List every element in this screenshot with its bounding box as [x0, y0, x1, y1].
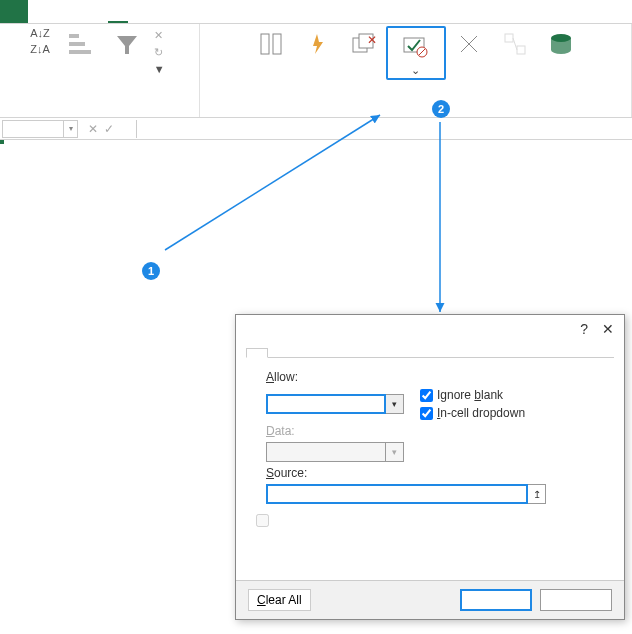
- svg-rect-3: [261, 34, 269, 54]
- tab-page-layout[interactable]: [68, 0, 88, 23]
- sort-button[interactable]: [58, 26, 104, 64]
- relationships-icon: [499, 28, 531, 60]
- dialog-tab-input-message[interactable]: [268, 347, 290, 357]
- range-picker-button[interactable]: ↥: [528, 484, 546, 504]
- reapply-button[interactable]: ↻: [150, 45, 173, 60]
- svg-rect-1: [69, 42, 85, 46]
- sort-asc-icon: A↓Z: [30, 27, 50, 39]
- flash-fill-button[interactable]: [294, 26, 340, 64]
- sort-desc-button[interactable]: Z↓A: [26, 42, 54, 56]
- consolidate-button[interactable]: [446, 26, 492, 64]
- file-tab[interactable]: [0, 0, 28, 23]
- tab-data[interactable]: [108, 0, 128, 23]
- help-button[interactable]: ?: [580, 321, 588, 337]
- reapply-icon: ↻: [154, 46, 163, 59]
- consolidate-icon: [453, 28, 485, 60]
- allow-select[interactable]: [266, 394, 386, 414]
- sort-asc-button[interactable]: A↓Z: [26, 26, 54, 40]
- svg-rect-11: [505, 34, 513, 42]
- data-validation-dialog: ? ✕ Allow: ▾ Ignore blank In-cell dropdo…: [235, 314, 625, 620]
- relationships-button[interactable]: [492, 26, 538, 64]
- data-select: [266, 442, 386, 462]
- data-label: Data:: [266, 424, 295, 438]
- name-box[interactable]: [2, 120, 64, 138]
- name-box-dropdown[interactable]: ▾: [64, 120, 78, 138]
- advanced-filter-button[interactable]: ▼: [150, 62, 173, 76]
- svg-rect-4: [273, 34, 281, 54]
- tab-insert[interactable]: [48, 0, 68, 23]
- data-model-icon: [545, 28, 577, 60]
- svg-text:✕: ✕: [367, 33, 377, 47]
- manage-data-model-button[interactable]: [538, 26, 584, 64]
- data-validation-icon: [400, 30, 432, 62]
- advanced-icon: ▼: [154, 63, 165, 75]
- filter-icon: [111, 28, 143, 60]
- svg-rect-0: [69, 34, 79, 38]
- tab-ablebits[interactable]: [188, 0, 208, 23]
- svg-rect-2: [69, 50, 91, 54]
- ignore-blank-checkbox[interactable]: [420, 389, 433, 402]
- sort-icon: [65, 28, 97, 60]
- svg-line-13: [513, 38, 517, 50]
- tab-home[interactable]: [28, 0, 48, 23]
- dialog-tab-settings[interactable]: [246, 348, 268, 358]
- tab-review[interactable]: [128, 0, 148, 23]
- data-dropdown-button: ▾: [386, 442, 404, 462]
- sort-desc-icon: Z↓A: [30, 43, 50, 55]
- clear-icon: ✕: [154, 29, 163, 42]
- tab-view[interactable]: [148, 0, 168, 23]
- remove-duplicates-icon: ✕: [347, 28, 379, 60]
- annotation-marker-1: 1: [142, 262, 160, 280]
- annotation-marker-2: 2: [432, 100, 450, 118]
- remove-duplicates-button[interactable]: ✕: [340, 26, 386, 64]
- clear-all-button[interactable]: Clear All: [248, 589, 311, 611]
- tab-formulas[interactable]: [88, 0, 108, 23]
- text-to-columns-icon: [255, 28, 287, 60]
- incell-dropdown-checkbox[interactable]: [420, 407, 433, 420]
- close-button[interactable]: ✕: [602, 321, 614, 337]
- svg-rect-12: [517, 46, 525, 54]
- allow-label: Allow:: [266, 370, 298, 384]
- tab-help[interactable]: [168, 0, 188, 23]
- text-to-columns-button[interactable]: [248, 26, 294, 64]
- ok-button[interactable]: [460, 589, 532, 611]
- dialog-tab-error-alert[interactable]: [290, 347, 312, 357]
- flash-fill-icon: [301, 28, 333, 60]
- source-label: Source:: [266, 466, 307, 480]
- cancel-edit-icon: ✕: [88, 122, 98, 136]
- chevron-down-icon: ⌄: [411, 64, 420, 76]
- allow-dropdown-button[interactable]: ▾: [386, 394, 404, 414]
- data-validation-button[interactable]: ⌄: [386, 26, 446, 80]
- formula-bar[interactable]: [136, 120, 630, 138]
- filter-button[interactable]: [104, 26, 150, 64]
- apply-all-checkbox: [256, 514, 269, 527]
- source-input[interactable]: [266, 484, 528, 504]
- clear-filter-button[interactable]: ✕: [150, 28, 173, 43]
- cancel-button[interactable]: [540, 589, 612, 611]
- confirm-edit-icon: ✓: [104, 122, 114, 136]
